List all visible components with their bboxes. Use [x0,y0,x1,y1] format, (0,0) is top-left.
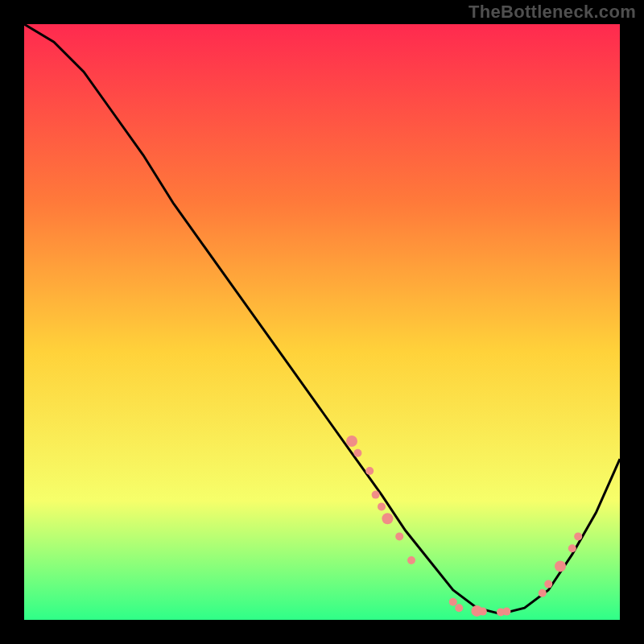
data-point [544,580,552,588]
data-point [502,608,510,616]
data-point [378,502,386,510]
data-point [353,449,361,457]
data-point [479,608,487,616]
chart-svg [0,0,644,644]
data-point [382,513,393,524]
data-point [555,560,566,572]
data-point [395,532,403,540]
chart-stage: { "watermark": "TheBottleneck.com", "col… [0,0,644,644]
data-point [568,544,576,552]
data-point [372,491,380,499]
data-point [455,604,463,612]
data-point [365,467,374,475]
data-point [449,598,457,606]
data-point [407,556,415,564]
data-point [539,589,547,597]
watermark-text: TheBottleneck.com [469,2,636,23]
data-point [346,436,357,447]
data-point [574,532,582,540]
